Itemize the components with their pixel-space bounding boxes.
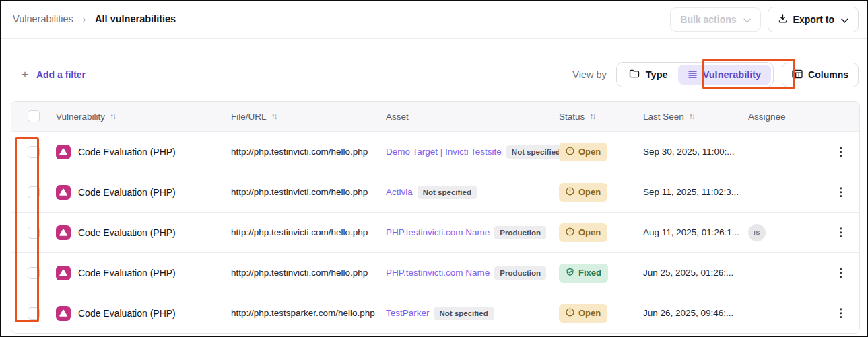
table-row[interactable]: Code Evaluation (PHP) http://php.testinv… xyxy=(11,212,859,252)
severity-critical-icon xyxy=(56,145,71,159)
clock-icon xyxy=(566,147,574,157)
file-url-text: http://php.testsparker.com/hello.php xyxy=(231,308,375,318)
column-header-file-url[interactable]: File/URL ↑↓ xyxy=(231,112,386,122)
file-url-text: http://php.testinvicti.com/hello.php xyxy=(231,227,368,237)
add-filter-label: Add a filter xyxy=(36,69,86,80)
last-seen-cell: Aug 11, 2025, 01:26:1... xyxy=(643,227,748,237)
row-checkbox[interactable] xyxy=(28,227,40,239)
vulnerabilities-page: Vulnerabilities › All vulnerabilities Bu… xyxy=(0,0,868,337)
last-seen-cell: Sep 11, 2025, 11:02:3... xyxy=(643,187,748,197)
table-row[interactable]: Code Evaluation (PHP) http://php.testinv… xyxy=(11,131,859,172)
vulnerability-cell: Code Evaluation (PHP) xyxy=(56,145,231,159)
row-menu-button[interactable]: ⋮ xyxy=(831,305,850,322)
row-menu-button[interactable]: ⋮ xyxy=(831,264,850,281)
row-menu-button[interactable]: ⋮ xyxy=(831,224,850,241)
table-row[interactable]: Code Evaluation (PHP) http://php.testinv… xyxy=(11,172,859,212)
asset-link[interactable]: Demo Target | Invicti Testsite xyxy=(386,147,502,157)
view-by-type-button[interactable]: Type xyxy=(619,65,678,85)
vulnerability-cell: Code Evaluation (PHP) xyxy=(56,266,231,280)
row-checkbox-cell xyxy=(11,227,56,239)
last-seen-text: Jun 25, 2025, 01:26:... xyxy=(643,268,733,278)
column-header-asset: Asset xyxy=(386,112,559,122)
vulnerability-name[interactable]: Code Evaluation (PHP) xyxy=(78,308,176,319)
status-label: Fixed xyxy=(578,268,601,278)
environment-badge: Production xyxy=(494,266,546,280)
row-menu-button[interactable]: ⋮ xyxy=(831,184,850,200)
row-checkbox[interactable] xyxy=(28,186,40,198)
list-lines-icon xyxy=(688,69,697,80)
folder-icon xyxy=(629,69,640,80)
file-url-text: http://php.testinvicti.com/hello.php xyxy=(231,147,368,157)
status-label: Open xyxy=(578,147,601,157)
vulnerability-cell: Code Evaluation (PHP) xyxy=(56,306,231,321)
last-seen-text: Jun 26, 2025, 09:46:... xyxy=(643,308,733,318)
row-checkbox-cell xyxy=(11,267,56,279)
row-checkbox[interactable] xyxy=(28,267,40,279)
asset-link[interactable]: PHP.testinvicti.com Name xyxy=(386,268,490,278)
status-badge: Open xyxy=(559,223,607,242)
status-badge: Fixed xyxy=(559,264,608,283)
row-menu-button[interactable]: ⋮ xyxy=(831,143,850,160)
page-title: All vulnerabilities xyxy=(95,13,176,24)
asset-cell: Demo Target | Invicti Testsite Not speci… xyxy=(386,145,559,159)
add-filter-button[interactable]: + Add a filter xyxy=(22,68,86,81)
clock-icon xyxy=(566,227,574,238)
type-button-label: Type xyxy=(646,69,668,80)
table-row[interactable]: Code Evaluation (PHP) http://php.testinv… xyxy=(11,252,859,293)
asset-link[interactable]: Activia xyxy=(386,187,413,197)
clock-icon xyxy=(566,308,574,319)
chevron-down-icon xyxy=(841,14,848,25)
row-checkbox[interactable] xyxy=(28,307,40,320)
last-seen-text: Sep 30, 2025, 11:00:... xyxy=(643,147,735,157)
file-url-cell: http://php.testinvicti.com/hello.php xyxy=(231,227,386,237)
status-header-label: Status xyxy=(559,112,585,122)
columns-button[interactable]: Columns xyxy=(782,63,859,87)
row-actions-cell: ⋮ xyxy=(822,305,859,322)
view-by-vulnerability-button[interactable]: Vulnerability xyxy=(678,65,771,85)
filter-bar: + Add a filter View by Type Vulnerabilit… xyxy=(11,59,859,90)
column-header-vulnerability[interactable]: Vulnerability ↑↓ xyxy=(56,112,231,122)
asset-cell: Activia Not specified xyxy=(386,186,559,199)
status-label: Open xyxy=(578,308,601,318)
sort-icon[interactable]: ↑↓ xyxy=(689,112,694,121)
bulk-actions-label: Bulk actions xyxy=(680,14,736,25)
last-seen-text: Sep 11, 2025, 11:02:3... xyxy=(643,187,739,197)
table-row[interactable]: Code Evaluation (PHP) http://php.testspa… xyxy=(11,293,859,333)
file-url-text: http://php.testinvicti.com/hello.php xyxy=(231,187,368,197)
status-cell: Open xyxy=(559,183,643,202)
download-icon xyxy=(778,13,788,26)
column-header-assignee: Assignee xyxy=(748,112,822,122)
file-url-cell: http://php.testsparker.com/hello.php xyxy=(231,308,386,318)
status-cell: Open xyxy=(559,304,643,323)
status-badge: Open xyxy=(559,143,607,161)
sort-icon[interactable]: ↑↓ xyxy=(110,112,115,121)
row-actions-cell: ⋮ xyxy=(822,143,859,160)
assignee-avatar: IS xyxy=(748,224,766,241)
environment-badge: Not specified xyxy=(418,186,477,199)
vulnerability-name[interactable]: Code Evaluation (PHP) xyxy=(78,268,176,278)
export-to-button[interactable]: Export to xyxy=(768,7,859,32)
bulk-actions-button[interactable]: Bulk actions xyxy=(670,7,760,32)
view-by-segmented-control: Type Vulnerability xyxy=(616,62,774,87)
asset-link[interactable]: TestParker xyxy=(386,308,430,318)
view-by-label: View by xyxy=(572,69,607,80)
sort-icon[interactable]: ↑↓ xyxy=(589,112,595,121)
assignee-header-label: Assignee xyxy=(748,112,786,122)
vulnerability-name[interactable]: Code Evaluation (PHP) xyxy=(78,187,176,198)
severity-critical-icon xyxy=(56,185,71,200)
vulnerability-name[interactable]: Code Evaluation (PHP) xyxy=(78,147,176,157)
select-all-checkbox[interactable] xyxy=(28,110,40,122)
asset-link[interactable]: PHP.testinvicti.com Name xyxy=(386,227,490,237)
column-header-last-seen[interactable]: Last Seen ↑↓ xyxy=(643,112,748,122)
top-bar: Vulnerabilities › All vulnerabilities Bu… xyxy=(1,1,867,39)
columns-button-label: Columns xyxy=(808,69,848,80)
row-actions-cell: ⋮ xyxy=(822,184,859,200)
status-label: Open xyxy=(578,227,601,237)
row-checkbox[interactable] xyxy=(28,146,40,158)
export-to-label: Export to xyxy=(793,14,834,25)
sort-icon[interactable]: ↑↓ xyxy=(271,112,277,121)
vulnerability-name[interactable]: Code Evaluation (PHP) xyxy=(78,227,176,238)
breadcrumb-vulnerabilities[interactable]: Vulnerabilities xyxy=(13,13,73,24)
column-header-status[interactable]: Status ↑↓ xyxy=(559,112,643,122)
last-seen-cell: Jun 25, 2025, 01:26:... xyxy=(643,268,748,278)
